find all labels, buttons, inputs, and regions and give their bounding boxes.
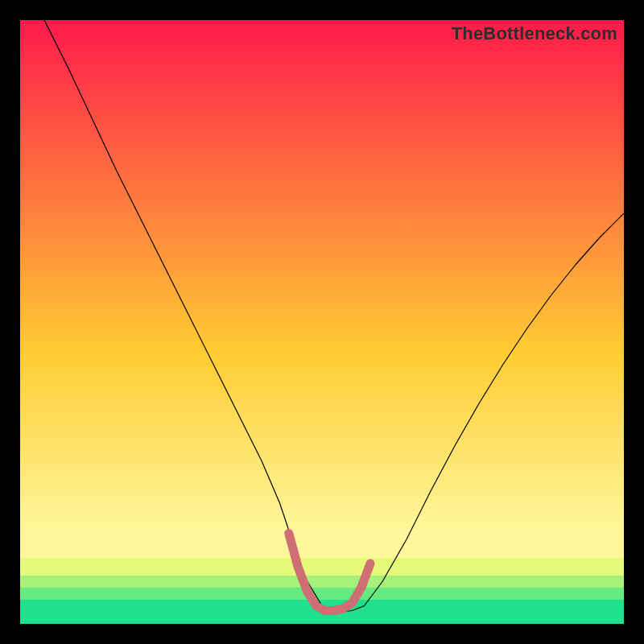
- chart-svg: [20, 20, 624, 624]
- chart-frame: TheBottleneck.com: [0, 0, 644, 644]
- band: [20, 558, 624, 576]
- plot-area: TheBottleneck.com: [20, 20, 624, 624]
- band: [20, 588, 624, 600]
- band: [20, 534, 624, 558]
- watermark-text: TheBottleneck.com: [452, 23, 617, 44]
- band: [20, 576, 624, 588]
